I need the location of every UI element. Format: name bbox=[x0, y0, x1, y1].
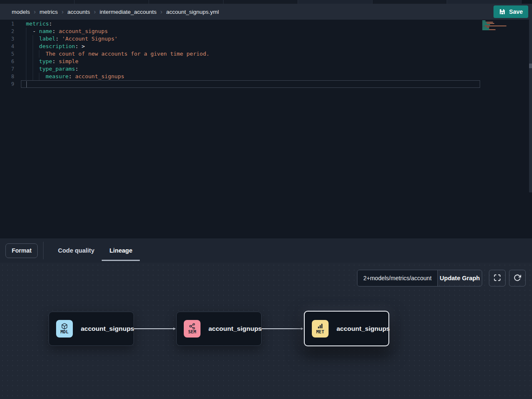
line-number: 8 bbox=[0, 73, 21, 80]
save-button-label: Save bbox=[509, 8, 523, 15]
code-lines: 1metrics:2 - name: account_signups3 labe… bbox=[0, 20, 532, 88]
file-tab-partial[interactable] bbox=[373, 0, 447, 4]
scrollbar-handle[interactable] bbox=[529, 64, 532, 68]
line-content[interactable]: description: > bbox=[21, 43, 480, 50]
line-content[interactable]: label: 'Account Signups' bbox=[21, 35, 480, 43]
tab-code-quality[interactable]: Code quality bbox=[50, 238, 102, 263]
code-line: 9 bbox=[0, 80, 532, 88]
line-number: 3 bbox=[0, 35, 21, 43]
top-strip bbox=[0, 0, 532, 4]
file-tab-partial[interactable] bbox=[0, 0, 75, 4]
lineage-node-mdl[interactable]: MDLaccount_signups bbox=[49, 312, 134, 346]
code-editor[interactable]: 1metrics:2 - name: account_signups3 labe… bbox=[0, 20, 532, 238]
minimap-line bbox=[482, 24, 490, 25]
fullscreen-icon bbox=[493, 274, 501, 283]
chevron-right-icon: › bbox=[160, 8, 162, 15]
badge-label: SEM bbox=[188, 330, 196, 335]
breadcrumb-item[interactable]: intermediate_accounts bbox=[100, 9, 157, 15]
lineage-edge bbox=[134, 328, 173, 329]
edge-arrowhead-icon bbox=[301, 327, 303, 330]
cube-icon bbox=[61, 323, 68, 330]
code-line: 6 type: simple bbox=[0, 58, 532, 65]
chevron-right-icon: › bbox=[34, 8, 36, 15]
file-tab-partial[interactable] bbox=[447, 0, 522, 4]
node-label: account_signups bbox=[81, 325, 134, 332]
code-line: 4 description: > bbox=[0, 43, 532, 50]
panel-tabs: Code qualityLineage bbox=[50, 238, 140, 263]
code-text: - name: account_signups bbox=[21, 28, 108, 34]
minimap-line bbox=[482, 26, 506, 26]
chevron-right-icon: › bbox=[94, 8, 96, 15]
editor-minimap[interactable] bbox=[482, 20, 506, 32]
line-number: 9 bbox=[0, 80, 21, 88]
line-content[interactable] bbox=[21, 80, 480, 88]
breadcrumb-item[interactable]: metrics bbox=[40, 9, 58, 15]
line-content[interactable]: type_params: bbox=[21, 65, 480, 73]
tab-label: Lineage bbox=[109, 247, 132, 254]
file-tab-partial[interactable] bbox=[149, 0, 224, 4]
edge-arrowhead-icon bbox=[173, 327, 176, 330]
line-content[interactable]: measure: account_signups bbox=[21, 73, 480, 80]
badge-label: MDL bbox=[61, 330, 69, 335]
minimap-line bbox=[482, 22, 493, 23]
minimap-line bbox=[482, 27, 489, 28]
code-text: type_params: bbox=[21, 66, 78, 72]
save-button[interactable]: Save bbox=[493, 5, 528, 18]
minimap-line bbox=[482, 31, 506, 31]
line-number: 4 bbox=[0, 43, 21, 50]
code-line: 2 - name: account_signups bbox=[0, 28, 532, 35]
line-content[interactable]: metrics: bbox=[21, 20, 480, 28]
text-cursor bbox=[26, 81, 27, 87]
minimap-line bbox=[482, 23, 494, 24]
code-text: description: > bbox=[21, 43, 85, 49]
node-type-badge: MET bbox=[312, 320, 329, 338]
selector-input[interactable] bbox=[357, 270, 438, 286]
chart-icon bbox=[317, 323, 324, 330]
tab-label: Code quality bbox=[58, 247, 94, 254]
chevron-right-icon: › bbox=[62, 8, 64, 15]
editor-scrollbar[interactable] bbox=[529, 20, 532, 192]
save-icon bbox=[499, 8, 506, 15]
code-line: 1metrics: bbox=[0, 20, 532, 28]
code-text: measure: account_signups bbox=[21, 73, 124, 79]
code-line: 5 The count of new accounts for a given … bbox=[0, 50, 532, 58]
selector-group: Update Graph bbox=[357, 270, 482, 286]
tab-lineage[interactable]: Lineage bbox=[102, 238, 140, 263]
node-label: account_signups bbox=[337, 325, 390, 332]
line-number: 1 bbox=[0, 20, 21, 28]
line-content[interactable]: - name: account_signups bbox=[21, 28, 480, 35]
share-icon bbox=[189, 323, 195, 330]
minimap-line bbox=[482, 29, 496, 30]
line-number: 5 bbox=[0, 50, 21, 58]
breadcrumb-item[interactable]: accounts bbox=[67, 9, 90, 15]
code-line: 3 label: 'Account Signups' bbox=[0, 35, 532, 43]
bottom-panel-tab-bar: Format Code qualityLineage bbox=[0, 238, 532, 263]
update-graph-button[interactable]: Update Graph bbox=[438, 270, 482, 286]
lineage-edge bbox=[262, 328, 301, 329]
lineage-panel[interactable]: Update Graph MDLaccount_signupsSEMaccoun… bbox=[0, 263, 532, 399]
code-text: metrics: bbox=[21, 20, 52, 27]
file-tab-partial[interactable] bbox=[298, 0, 373, 4]
refresh-button[interactable] bbox=[509, 270, 526, 286]
file-tab-partial[interactable] bbox=[75, 0, 149, 4]
lineage-node-sem[interactable]: SEMaccount_signups bbox=[176, 312, 262, 346]
breadcrumb-item[interactable]: models bbox=[12, 9, 30, 15]
node-type-badge: SEM bbox=[184, 320, 200, 338]
lineage-node-met[interactable]: METaccount_signups bbox=[304, 311, 389, 346]
breadcrumb-bar: models›metrics›accounts›intermediate_acc… bbox=[0, 4, 532, 20]
minimap-line bbox=[482, 20, 486, 21]
code-text bbox=[21, 81, 26, 87]
line-content[interactable]: type: simple bbox=[21, 58, 480, 65]
code-text: type: simple bbox=[21, 58, 78, 64]
breadcrumb-item[interactable]: account_signups.yml bbox=[166, 9, 219, 15]
node-type-badge: MDL bbox=[56, 320, 73, 338]
code-text: label: 'Account Signups' bbox=[21, 36, 118, 42]
code-text: The count of new accounts for a given ti… bbox=[21, 51, 209, 57]
format-button[interactable]: Format bbox=[5, 243, 38, 258]
line-number: 2 bbox=[0, 28, 21, 35]
minimap-line bbox=[482, 28, 489, 29]
file-tab-partial[interactable] bbox=[224, 0, 298, 4]
fullscreen-button[interactable] bbox=[489, 270, 506, 286]
line-content[interactable]: The count of new accounts for a given ti… bbox=[21, 50, 480, 58]
node-label: account_signups bbox=[208, 325, 262, 332]
